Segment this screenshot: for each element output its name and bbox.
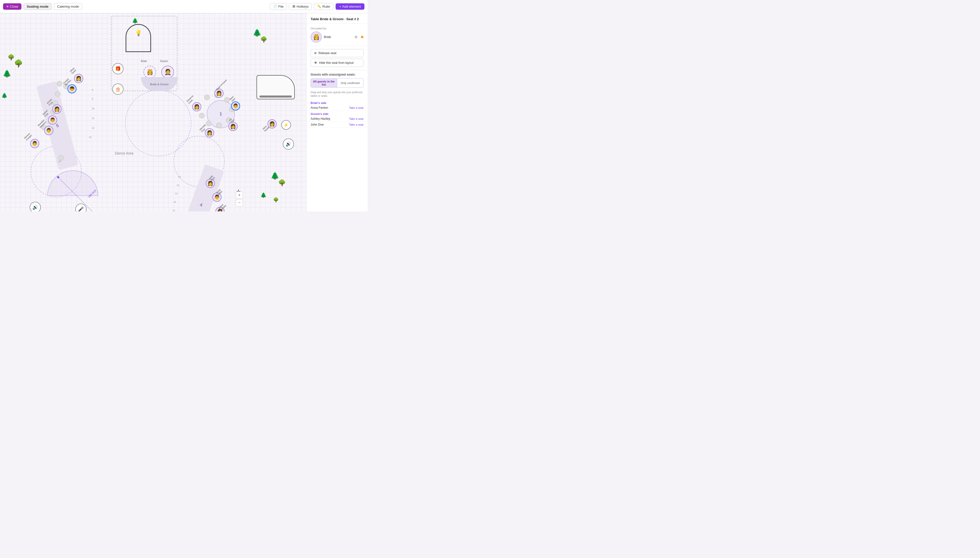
guest-row-john: John Doe Take a seat	[306, 122, 368, 128]
tree-icon: 🌳	[14, 59, 23, 68]
actions-section: ✕ Release seat 👁 Hide this seat from lay…	[306, 46, 368, 70]
seating-mode-button[interactable]: Seating mode	[23, 3, 52, 10]
seat-num: 14	[58, 160, 61, 162]
guest-pin-maidofhonor[interactable]: 👩	[214, 89, 224, 98]
table-4[interactable]: 4	[178, 164, 224, 212]
name-tag-olivia: OliviaDuke	[69, 67, 77, 75]
add-element-button[interactable]: + Add element	[335, 3, 365, 10]
guest-pin-bestman[interactable]: 👨	[231, 102, 240, 111]
seat-num-t4: 15	[178, 176, 181, 178]
seat-dot-t1	[216, 123, 222, 128]
seat-dot-t1	[199, 113, 205, 118]
guest-pin-jonty[interactable]: 👨	[212, 192, 221, 202]
seat-dot-t1	[224, 97, 230, 103]
file-button[interactable]: 📄 File	[270, 3, 287, 10]
gift-icon: 🎁	[115, 66, 121, 72]
occupied-by-label: Occupied by:	[311, 27, 363, 30]
seat-num: 5	[81, 80, 82, 83]
eye-icon: 👁	[314, 61, 317, 65]
drag-hint: Drag and drop your guests into your pref…	[306, 91, 368, 98]
guest-pin-brenden[interactable]: 👨	[44, 126, 53, 135]
seat-dot-t1	[204, 95, 210, 100]
status-dot	[361, 36, 363, 38]
catering-mode-button[interactable]: Catering mode	[54, 3, 82, 10]
gear-icon[interactable]: ⚙	[355, 35, 358, 39]
guest-pin-johanna[interactable]: 👩	[192, 102, 201, 112]
guest-pin-darrel[interactable]: 👨	[48, 115, 57, 125]
seat-dot-t1	[206, 121, 211, 126]
all-guests-tab[interactable]: All guests in the list	[311, 79, 337, 88]
grooms-side-label: Groom's side	[306, 111, 368, 116]
seat-num: 8	[92, 89, 93, 91]
unassigned-header: Guests with unassigned seats: All guests…	[306, 70, 368, 91]
guest-avatar: 👸	[311, 31, 322, 43]
hotkeys-button[interactable]: ⌘ Hotkeys	[289, 3, 312, 10]
cake-icon: 🎂	[115, 86, 121, 92]
topbar: ✕ Close Seating mode Catering mode 📄 Fil…	[0, 0, 368, 13]
guest-pin-izabel[interactable]: 👩	[215, 207, 224, 212]
guest-row-ashley: Ashley Hartley Take a seat	[306, 116, 368, 122]
right-panel: Table Bride & Groom · Seat # 2 Occupied …	[306, 13, 368, 212]
seat-num: 12	[92, 127, 95, 129]
file-icon: 📄	[273, 5, 277, 8]
tree-icon: 🌳	[278, 179, 286, 186]
guest-pin-kitcarr[interactable]: 👩	[228, 122, 237, 131]
cake-icon-circle: 🎂	[112, 84, 124, 95]
guest-pin-michele[interactable]: 👩	[205, 128, 214, 138]
hotkeys-icon: ⌘	[292, 5, 296, 8]
close-button[interactable]: ✕ Close	[3, 3, 21, 10]
x-icon: ✕	[314, 51, 317, 55]
take-seat-john[interactable]: Take a seat	[349, 123, 363, 126]
guest-pin-kitty[interactable]: 👩	[206, 179, 215, 188]
tree-icon-inside: 🌲	[132, 18, 138, 24]
seat-num-t4: 12	[173, 201, 176, 203]
tree-icon: 🌲	[3, 69, 11, 78]
seat-dot	[58, 155, 64, 161]
lightbulb-icon: 💡	[135, 30, 142, 36]
seat-dot	[55, 91, 61, 97]
seat-dot	[57, 81, 62, 87]
arch-shape: 💡	[126, 24, 151, 52]
tab-row: All guests in the list Only confirmed	[311, 79, 363, 88]
take-seat-anna[interactable]: Take a seat	[349, 106, 363, 109]
occupied-row: 👸 Bride ⚙	[311, 31, 363, 43]
seat-num: 9	[92, 98, 93, 100]
release-seat-button[interactable]: ✕ Release seat	[311, 49, 363, 57]
seat-num: 13	[89, 136, 92, 138]
guest-name-ashley: Ashley Hartley	[311, 117, 330, 121]
guest-row-anna: Anna Fenton Take a seat	[306, 105, 368, 111]
zoom-in-button[interactable]: +	[236, 192, 243, 199]
tree-icon: 🌳	[260, 36, 267, 43]
ruler-icon: 📏	[317, 5, 321, 8]
hide-seat-button[interactable]: 👁 Hide this seat from layout	[311, 59, 363, 67]
brides-side-label: Bride's side	[306, 100, 368, 105]
tree-icon: 🌳	[273, 197, 279, 203]
zoom-controls: + −	[236, 192, 243, 206]
name-tag-roman: RomanCooper	[23, 132, 33, 141]
guest-pin-gregor[interactable]: 👦	[67, 84, 77, 94]
zoom-out-button[interactable]: −	[236, 199, 243, 206]
tree-icon: 🌲	[270, 172, 280, 180]
panel-header: Table Bride & Groom · Seat # 2	[306, 13, 368, 24]
microphone-icon-circle: 🎤	[75, 204, 87, 212]
guest-pin-kirstin[interactable]: 👩	[52, 105, 62, 114]
guest-pin-alice[interactable]: 👩	[267, 119, 276, 128]
tree-icon: 🌲	[1, 92, 8, 98]
seat-num: 11	[92, 117, 95, 120]
panel-title: Table Bride & Groom · Seat # 2	[311, 17, 363, 21]
ruler-button[interactable]: 📏 Ruler	[314, 3, 334, 10]
seat-num-t4: 11	[172, 209, 175, 212]
guest-pin-roman[interactable]: 👨	[30, 139, 39, 148]
seat-num-t4: 13	[175, 192, 178, 195]
electric-icon-circle: ⚡	[281, 120, 291, 130]
bride-label: Bride	[141, 60, 147, 62]
main-content: 🌲 🌳 🌳 🌲 🌲 🌳 🌲 🌳 🌲 🌳 190 inch 🌲 💡	[0, 13, 368, 212]
take-seat-ashley[interactable]: Take a seat	[349, 117, 363, 120]
seating-canvas[interactable]: 🌲 🌳 🌳 🌲 🌲 🌳 🌲 🌳 🌲 🌳 190 inch 🌲 💡	[0, 13, 306, 212]
bride-seat[interactable]: 👸	[144, 66, 156, 79]
groom-label: Groom	[160, 60, 168, 62]
groom-seat[interactable]: 🤵	[161, 66, 174, 79]
guest-display-name: Bride	[324, 35, 331, 39]
unassigned-label: Guests with unassigned seats:	[311, 73, 363, 76]
only-confirmed-tab[interactable]: Only confirmed	[337, 79, 363, 88]
